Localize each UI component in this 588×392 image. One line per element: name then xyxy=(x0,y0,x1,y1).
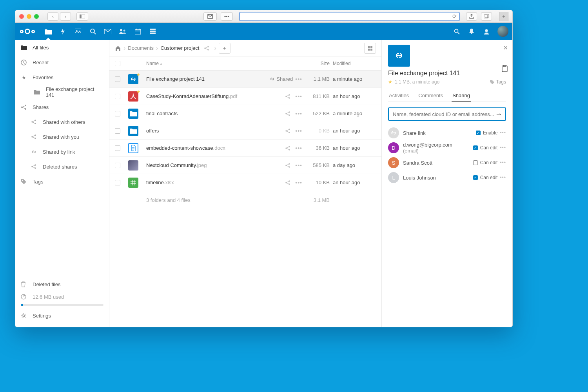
header-modified[interactable]: Modified xyxy=(333,61,376,66)
tab-activities[interactable]: Activities xyxy=(388,90,410,102)
more-icon[interactable]: ••• xyxy=(500,130,506,136)
new-button[interactable]: ＋ xyxy=(219,43,230,54)
minimize-window-icon[interactable] xyxy=(27,14,31,19)
row-checkbox[interactable] xyxy=(115,94,120,99)
file-row[interactable]: final contracts•••522 KBa minute ago xyxy=(109,105,381,122)
share-row-icon[interactable] xyxy=(283,163,293,168)
new-tab-button[interactable]: + xyxy=(499,12,508,21)
row-more-icon[interactable]: ••• xyxy=(293,145,305,151)
share-submit-icon[interactable]: → xyxy=(495,110,502,118)
file-name[interactable]: offers xyxy=(146,128,273,134)
tabs-button[interactable] xyxy=(481,12,492,21)
share-search-input[interactable] xyxy=(392,111,495,118)
tab-overview-button[interactable] xyxy=(76,12,88,21)
sidebar-item-shared-you[interactable]: Shared with you xyxy=(15,129,109,144)
row-checkbox[interactable] xyxy=(115,163,120,168)
file-row[interactable]: ★File exchange project 141Shared•••1.1 M… xyxy=(109,71,381,88)
can-edit-checkbox[interactable]: ✓ xyxy=(473,145,478,150)
file-name[interactable]: CaseStudy-KonradAdenauerStiftung.pdf xyxy=(146,93,273,99)
sidebar-item-settings[interactable]: Settings xyxy=(15,308,109,323)
tab-sharing[interactable]: Sharing xyxy=(452,90,471,102)
tab-comments[interactable]: Comments xyxy=(417,90,444,102)
share-row-icon[interactable] xyxy=(283,180,293,185)
more-icon[interactable]: ••• xyxy=(500,160,506,165)
row-checkbox[interactable] xyxy=(115,180,120,185)
file-row[interactable]: Nextcloud Community.jpeg•••585 KBa day a… xyxy=(109,157,381,174)
app-deck-icon[interactable] xyxy=(149,27,156,35)
app-mail-icon[interactable] xyxy=(104,27,112,35)
nav-forward-button[interactable]: › xyxy=(60,12,71,21)
sidebar-item-fav-project[interactable]: File exchange project 141 xyxy=(15,85,109,100)
row-checkbox[interactable] xyxy=(115,76,120,82)
file-name[interactable]: File exchange project 141 xyxy=(146,76,273,82)
app-gallery-icon[interactable] xyxy=(74,27,82,35)
share-row-icon[interactable] xyxy=(283,94,293,99)
favorite-star-icon[interactable]: ★ xyxy=(388,79,392,85)
sidebar-item-all-files[interactable]: All files xyxy=(15,40,109,55)
close-details-button[interactable]: × xyxy=(503,44,508,52)
contacts-menu-icon[interactable] xyxy=(483,27,490,35)
share-row-icon[interactable] xyxy=(283,145,293,151)
sidebar-item-recent[interactable]: Recent xyxy=(15,55,109,70)
app-activity-icon[interactable] xyxy=(59,27,67,35)
file-name[interactable]: timeline.xlsx xyxy=(146,180,273,185)
url-bar[interactable]: ⟳ xyxy=(239,12,460,21)
close-window-icon[interactable] xyxy=(19,14,24,19)
nav-back-button[interactable]: ‹ xyxy=(47,12,58,21)
file-name[interactable]: embedded-content-showcase.docx xyxy=(146,145,273,151)
sidebar-item-shared-link[interactable]: Shared by link xyxy=(15,144,109,159)
sidebar-item-favorites[interactable]: ★ Favorites xyxy=(15,70,109,85)
sidebar-item-deleted-files[interactable]: Deleted files xyxy=(15,277,109,292)
more-icon[interactable]: ••• xyxy=(500,145,506,151)
notifications-icon[interactable] xyxy=(468,27,475,35)
breadcrumb-home[interactable] xyxy=(115,45,121,51)
ellipsis-button[interactable]: ••• xyxy=(221,12,233,21)
share-search-field[interactable]: → xyxy=(388,107,506,121)
header-name[interactable]: Name xyxy=(146,61,159,66)
row-more-icon[interactable]: ••• xyxy=(293,162,305,169)
app-logo[interactable] xyxy=(20,29,35,34)
maximize-window-icon[interactable] xyxy=(34,14,39,19)
row-more-icon[interactable]: ••• xyxy=(293,111,305,117)
app-calendar-icon[interactable] xyxy=(134,27,142,35)
app-search-icon[interactable] xyxy=(89,27,97,35)
app-contacts-icon[interactable] xyxy=(119,27,127,35)
grid-view-button[interactable] xyxy=(364,43,376,54)
breadcrumb-current[interactable]: Customer project xyxy=(160,45,199,51)
sidebar-item-shared-others[interactable]: Shared with others xyxy=(15,114,109,129)
can-edit-checkbox[interactable]: ✓ xyxy=(473,175,478,180)
can-edit-checkbox[interactable] xyxy=(473,160,478,165)
header-search-icon[interactable] xyxy=(453,27,461,35)
clipboard-icon[interactable] xyxy=(502,65,508,72)
row-more-icon[interactable]: ••• xyxy=(293,180,305,186)
reload-icon[interactable]: ⟳ xyxy=(452,13,457,19)
file-name[interactable]: final contracts xyxy=(146,111,273,116)
share-breadcrumb-icon[interactable] xyxy=(201,45,212,51)
row-checkbox[interactable] xyxy=(115,128,120,134)
row-more-icon[interactable]: ••• xyxy=(293,76,305,82)
share-row-icon[interactable] xyxy=(283,128,293,134)
select-all-checkbox[interactable] xyxy=(115,61,120,66)
tags-button[interactable]: Tags xyxy=(490,79,506,85)
file-row[interactable]: 人★CaseStudy-KonradAdenauerStiftung.pdf••… xyxy=(109,88,381,105)
breadcrumb-documents[interactable]: Documents xyxy=(128,45,154,51)
sidebar-item-deleted-shares[interactable]: Deleted shares xyxy=(15,159,109,174)
file-row[interactable]: timeline.xlsx•••10 KBan hour ago xyxy=(109,174,381,191)
user-avatar[interactable] xyxy=(497,26,508,37)
sidebar-item-tags[interactable]: Tags xyxy=(15,174,109,189)
header-size[interactable]: Size xyxy=(305,61,333,66)
row-checkbox[interactable] xyxy=(115,111,120,116)
enable-checkbox[interactable]: ✓ xyxy=(476,131,481,135)
share-page-button[interactable] xyxy=(466,12,477,21)
row-more-icon[interactable]: ••• xyxy=(293,93,305,100)
row-more-icon[interactable]: ••• xyxy=(293,128,305,134)
sidebar-item-shares[interactable]: Shares xyxy=(15,100,109,114)
reader-button[interactable] xyxy=(203,12,217,21)
file-row[interactable]: offers•••0 KBan hour ago xyxy=(109,122,381,140)
row-checkbox[interactable] xyxy=(115,145,120,151)
file-name[interactable]: Nextcloud Community.jpeg xyxy=(146,162,273,168)
more-icon[interactable]: ••• xyxy=(500,175,506,180)
app-files-icon[interactable] xyxy=(44,27,52,35)
file-row[interactable]: embedded-content-showcase.docx•••36 KBan… xyxy=(109,140,381,157)
share-row-icon[interactable] xyxy=(283,111,293,116)
